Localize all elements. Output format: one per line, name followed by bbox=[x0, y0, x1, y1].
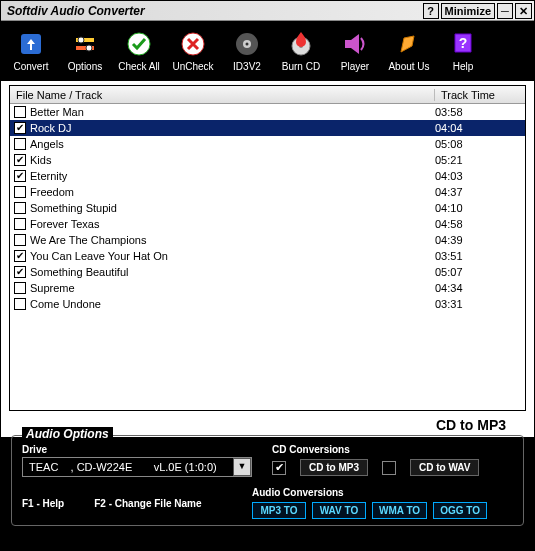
track-name: Eternity bbox=[30, 170, 435, 182]
track-row[interactable]: Something Stupid04:10 bbox=[10, 200, 525, 216]
track-list: File Name / Track Track Time Better Man0… bbox=[9, 85, 526, 411]
help-button[interactable]: ?Help bbox=[437, 28, 489, 74]
convert-icon bbox=[17, 30, 45, 58]
track-checkbox[interactable] bbox=[14, 298, 26, 310]
help-titlebar-button[interactable]: ? bbox=[423, 3, 439, 19]
track-name: Freedom bbox=[30, 186, 435, 198]
cd-conversions-label: CD Conversions bbox=[272, 444, 513, 455]
id3v2-icon bbox=[233, 30, 261, 58]
track-name: Angels bbox=[30, 138, 435, 150]
options-button[interactable]: Options bbox=[59, 28, 111, 74]
checkall-icon bbox=[125, 30, 153, 58]
track-row[interactable]: Angels05:08 bbox=[10, 136, 525, 152]
ogg-to-button[interactable]: OGG TO bbox=[433, 502, 487, 519]
track-checkbox[interactable] bbox=[14, 202, 26, 214]
hint-f2: F2 - Change File Name bbox=[94, 498, 201, 509]
column-header-name[interactable]: File Name / Track bbox=[10, 89, 435, 101]
track-checkbox[interactable]: ✔ bbox=[14, 250, 26, 262]
audio-conversions-block: Audio Conversions MP3 TOWAV TOWMA TOOGG … bbox=[252, 487, 513, 519]
track-time: 03:31 bbox=[435, 298, 525, 310]
svg-point-3 bbox=[78, 37, 84, 43]
checkall-button[interactable]: Check All bbox=[113, 28, 165, 74]
track-checkbox[interactable] bbox=[14, 234, 26, 246]
id3v2-button[interactable]: ID3V2 bbox=[221, 28, 273, 74]
track-checkbox[interactable] bbox=[14, 106, 26, 118]
track-time: 04:04 bbox=[435, 122, 525, 134]
options-icon bbox=[71, 30, 99, 58]
track-row[interactable]: We Are The Champions04:39 bbox=[10, 232, 525, 248]
burncd-icon bbox=[287, 30, 315, 58]
audio-conversions-label: Audio Conversions bbox=[252, 487, 513, 498]
track-checkbox[interactable] bbox=[14, 186, 26, 198]
track-row[interactable]: Freedom04:37 bbox=[10, 184, 525, 200]
audio-options-title: Audio Options bbox=[22, 427, 113, 441]
track-checkbox[interactable]: ✔ bbox=[14, 154, 26, 166]
list-header: File Name / Track Track Time bbox=[10, 86, 525, 104]
track-row[interactable]: ✔You Can Leave Your Hat On03:51 bbox=[10, 248, 525, 264]
track-time: 05:08 bbox=[435, 138, 525, 150]
track-row[interactable]: Supreme04:34 bbox=[10, 280, 525, 296]
column-header-time[interactable]: Track Time bbox=[435, 89, 525, 101]
uncheck-button[interactable]: UnCheck bbox=[167, 28, 219, 74]
track-name: Supreme bbox=[30, 282, 435, 294]
track-row[interactable]: Come Undone03:31 bbox=[10, 296, 525, 312]
track-name: Come Undone bbox=[30, 298, 435, 310]
track-checkbox[interactable] bbox=[14, 282, 26, 294]
help-icon: ? bbox=[449, 30, 477, 58]
uncheck-label: UnCheck bbox=[172, 61, 213, 72]
burncd-button[interactable]: Burn CD bbox=[275, 28, 327, 74]
track-name: You Can Leave Your Hat On bbox=[30, 250, 435, 262]
track-time: 04:37 bbox=[435, 186, 525, 198]
track-time: 04:34 bbox=[435, 282, 525, 294]
track-row[interactable]: ✔Something Beautiful05:07 bbox=[10, 264, 525, 280]
track-time: 05:21 bbox=[435, 154, 525, 166]
cd-to-mp3-button[interactable]: CD to MP3 bbox=[300, 459, 368, 476]
uncheck-icon bbox=[179, 30, 207, 58]
drive-label: Drive bbox=[22, 444, 252, 455]
close-button[interactable]: ✕ bbox=[515, 3, 532, 19]
track-name: Something Stupid bbox=[30, 202, 435, 214]
list-body: Better Man03:58✔Rock DJ04:04Angels05:08✔… bbox=[10, 104, 525, 410]
minimize-button[interactable]: Minimize bbox=[441, 3, 495, 19]
wav-to-button[interactable]: WAV TO bbox=[312, 502, 366, 519]
track-name: Kids bbox=[30, 154, 435, 166]
aboutus-label: About Us bbox=[388, 61, 429, 72]
titlebar: Softdiv Audio Converter ? Minimize ─ ✕ bbox=[1, 1, 534, 21]
options-label: Options bbox=[68, 61, 102, 72]
restore-button[interactable]: ─ bbox=[497, 3, 513, 19]
aboutus-button[interactable]: About Us bbox=[383, 28, 435, 74]
track-checkbox[interactable] bbox=[14, 218, 26, 230]
track-row[interactable]: ✔Kids05:21 bbox=[10, 152, 525, 168]
track-checkbox[interactable]: ✔ bbox=[14, 266, 26, 278]
track-row[interactable]: ✔Rock DJ04:04 bbox=[10, 120, 525, 136]
cd-to-wav-checkbox[interactable] bbox=[382, 461, 396, 475]
track-row[interactable]: ✔Eternity04:03 bbox=[10, 168, 525, 184]
track-checkbox[interactable]: ✔ bbox=[14, 122, 26, 134]
hint-f1: F1 - Help bbox=[22, 498, 64, 509]
track-row[interactable]: Better Man03:58 bbox=[10, 104, 525, 120]
track-time: 04:58 bbox=[435, 218, 525, 230]
wma-to-button[interactable]: WMA TO bbox=[372, 502, 427, 519]
cd-to-wav-button[interactable]: CD to WAV bbox=[410, 459, 479, 476]
track-time: 04:39 bbox=[435, 234, 525, 246]
track-time: 03:51 bbox=[435, 250, 525, 262]
help-label: Help bbox=[453, 61, 474, 72]
convert-button[interactable]: Convert bbox=[5, 28, 57, 74]
audio-options-panel: Audio Options Drive TEAC , CD-W224E vL.0… bbox=[1, 437, 534, 551]
burncd-label: Burn CD bbox=[282, 61, 320, 72]
track-row[interactable]: Forever Texas04:58 bbox=[10, 216, 525, 232]
mp3-to-button[interactable]: MP3 TO bbox=[252, 502, 306, 519]
drive-select[interactable]: TEAC , CD-W224E vL.0E (1:0:0) ▼ bbox=[22, 457, 252, 477]
player-button[interactable]: Player bbox=[329, 28, 381, 74]
track-checkbox[interactable] bbox=[14, 138, 26, 150]
track-checkbox[interactable]: ✔ bbox=[14, 170, 26, 182]
drive-block: Drive TEAC , CD-W224E vL.0E (1:0:0) ▼ bbox=[22, 444, 252, 477]
drive-dropdown-button[interactable]: ▼ bbox=[233, 458, 251, 476]
id3v2-label: ID3V2 bbox=[233, 61, 261, 72]
checkall-label: Check All bbox=[118, 61, 160, 72]
cd-to-mp3-checkbox[interactable]: ✔ bbox=[272, 461, 286, 475]
player-label: Player bbox=[341, 61, 369, 72]
track-time: 04:10 bbox=[435, 202, 525, 214]
svg-text:?: ? bbox=[459, 35, 468, 51]
track-time: 05:07 bbox=[435, 266, 525, 278]
